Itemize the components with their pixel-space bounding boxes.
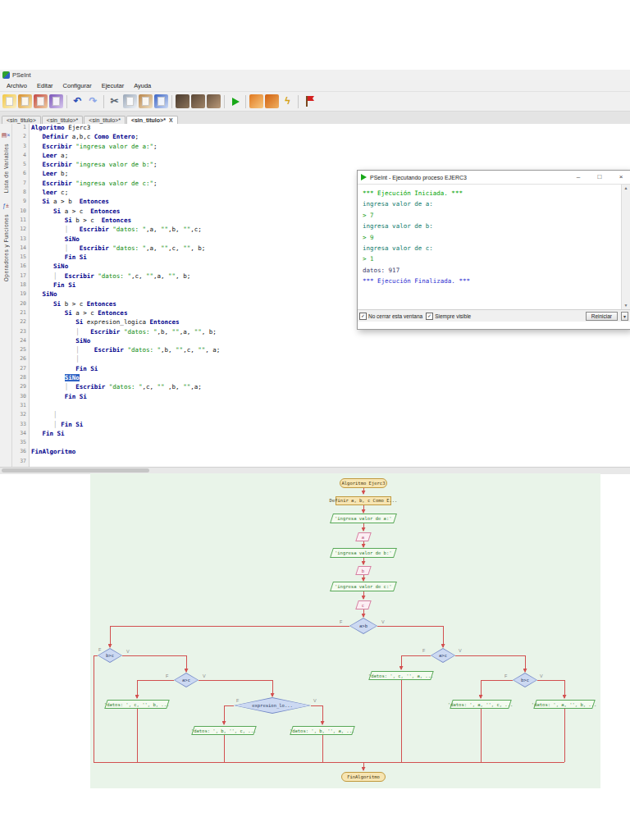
node-read-b[interactable]: b bbox=[355, 566, 372, 575]
editor-gutter: 1234567891011121314151617181920212223242… bbox=[12, 124, 30, 467]
code-line[interactable]: Leer a; bbox=[31, 152, 630, 161]
scroll-up-icon[interactable]: ▲ bbox=[624, 185, 628, 192]
step-run-icon[interactable] bbox=[249, 94, 263, 108]
flowchart-canvas[interactable]: FVVFFVFVFVFVAlgoritmo Ejerc3Definir a, b… bbox=[90, 473, 600, 788]
code-line[interactable]: SiNo bbox=[31, 337, 630, 346]
maximize-button[interactable]: □ bbox=[591, 171, 609, 184]
branch-label: V bbox=[540, 673, 543, 678]
tab-1[interactable]: <sin_titulo> bbox=[2, 116, 41, 124]
console-line: *** Ejecución Iniciada. *** bbox=[363, 188, 620, 199]
line-number: 27 bbox=[12, 365, 29, 374]
node-out-bca[interactable]: 'datos: ', b, '', c, ... bbox=[191, 726, 257, 735]
line-number: 18 bbox=[12, 281, 29, 290]
new-file-icon[interactable] bbox=[2, 94, 16, 108]
run-icon[interactable] bbox=[228, 94, 242, 108]
save-all-icon[interactable] bbox=[49, 94, 63, 108]
tab-3[interactable]: <sin_titulo>* bbox=[84, 116, 126, 124]
code-line[interactable]: SiNo bbox=[31, 374, 630, 383]
node-out-cba[interactable]: 'datos: ', c, '', b, ... bbox=[104, 700, 170, 709]
console-output[interactable]: *** Ejecución Iniciada. ***ingresa valor… bbox=[358, 185, 630, 309]
code-line[interactable]: Escribir "ingresa valor de b:"; bbox=[31, 161, 630, 170]
node-out-cab[interactable]: 'datos: ', c, '', a, ... bbox=[368, 671, 434, 680]
node-define[interactable]: Definir a, b, c Como E... bbox=[336, 496, 391, 505]
node-io-c[interactable]: 'ingresa valor de c:' bbox=[330, 582, 397, 591]
console-line: > 7 bbox=[363, 210, 620, 221]
restart-button[interactable]: Reiniciar bbox=[586, 312, 618, 321]
report-icon[interactable] bbox=[302, 94, 316, 108]
hscroll-thumb[interactable] bbox=[2, 468, 149, 472]
branch-label: F bbox=[422, 648, 426, 653]
close-button[interactable]: × bbox=[612, 171, 630, 184]
goto-subprocess-icon[interactable] bbox=[207, 94, 221, 108]
cut-icon[interactable]: ✂ bbox=[107, 94, 121, 108]
node-out-bac[interactable]: 'datos: ', b, '', a, ... bbox=[290, 726, 355, 735]
node-io-b[interactable]: 'ingresa valor de b:' bbox=[330, 548, 397, 558]
console-lines: *** Ejecución Iniciada. ***ingresa valor… bbox=[363, 188, 620, 287]
save-icon[interactable] bbox=[34, 94, 48, 108]
menu-archivo[interactable]: Archivo bbox=[2, 82, 32, 89]
tab-2[interactable]: <sin_titulo>* bbox=[42, 116, 84, 124]
code-line[interactable]: Algoritmo Ejerc3 bbox=[31, 124, 630, 133]
node-out-abc[interactable]: 'datos: ', a, '', b, ... bbox=[533, 700, 596, 709]
restart-dropdown-icon[interactable]: ▾ bbox=[621, 312, 628, 321]
menu-ejecutar[interactable]: Ejecutar bbox=[97, 82, 130, 89]
code-line[interactable] bbox=[31, 402, 630, 411]
operators-dock-icon[interactable]: ± bbox=[6, 203, 9, 208]
undo-icon[interactable]: ↶ bbox=[71, 94, 84, 108]
code-line[interactable] bbox=[31, 458, 630, 467]
left-dock: ▤× Lista de Variables ƒ± Operadores y Fu… bbox=[0, 124, 12, 467]
console-scrollbar[interactable]: ▲ ▼ bbox=[621, 185, 630, 309]
find-icon[interactable] bbox=[154, 94, 168, 108]
search-binoculars-icon[interactable] bbox=[176, 94, 189, 108]
code-line[interactable]: │ Escribir "datos: ",c, "" ,b, "",a; bbox=[31, 383, 630, 392]
node-end[interactable]: FinAlgoritmo bbox=[341, 772, 386, 782]
redo-icon[interactable]: ↷ bbox=[86, 94, 100, 108]
menu-ayuda[interactable]: Ayuda bbox=[129, 82, 156, 89]
toolbar-separator bbox=[245, 95, 246, 108]
operators-panel-tab[interactable]: Operadores y Funciones bbox=[3, 214, 9, 281]
code-line[interactable]: │ bbox=[31, 411, 630, 420]
always-visible-checkbox[interactable]: ✓ Siempre visible bbox=[426, 313, 471, 320]
scroll-down-icon[interactable]: ▼ bbox=[624, 302, 628, 309]
code-line[interactable]: │ Fin Si bbox=[31, 421, 630, 430]
tab-4[interactable]: <sin_titulo>*X bbox=[126, 116, 178, 124]
flow-edge bbox=[377, 626, 443, 647]
code-line[interactable]: Definir a,b,c Como Entero; bbox=[31, 133, 630, 142]
tab-close-icon[interactable]: X bbox=[169, 117, 173, 123]
console-titlebar[interactable]: PSeInt - Ejecutando proceso EJERC3 – □ × bbox=[358, 171, 630, 185]
node-read-a[interactable]: a bbox=[355, 532, 372, 541]
line-number: 22 bbox=[12, 318, 29, 327]
line-number: 7 bbox=[12, 180, 29, 189]
tab-bar: <sin_titulo><sin_titulo>*<sin_titulo>*<s… bbox=[0, 111, 630, 124]
toolbar: ↶↷✂ϟ bbox=[0, 91, 630, 111]
paste-icon[interactable] bbox=[139, 94, 153, 108]
console-line: datos: 917 bbox=[363, 265, 620, 276]
line-number: 17 bbox=[12, 272, 29, 281]
desktop-test-icon[interactable] bbox=[265, 94, 279, 108]
node-io-a[interactable]: 'ingresa valor de a:' bbox=[330, 514, 397, 523]
code-line[interactable]: FinAlgoritmo bbox=[31, 448, 630, 457]
node-out-acb[interactable]: 'datos: ', a, '', c, ... bbox=[450, 700, 512, 709]
menu-configurar[interactable]: Configurar bbox=[58, 82, 97, 89]
node-read-c[interactable]: c bbox=[355, 600, 372, 609]
line-number: 20 bbox=[12, 300, 29, 309]
line-number: 30 bbox=[12, 393, 29, 402]
code-line[interactable]: Escribir "ingresa valor de a:"; bbox=[31, 143, 630, 152]
minimize-button[interactable]: – bbox=[569, 171, 587, 184]
code-line[interactable]: │ bbox=[31, 355, 630, 364]
menu-editar[interactable]: Editar bbox=[32, 82, 58, 89]
replace-icon[interactable] bbox=[191, 94, 205, 108]
copy-icon[interactable] bbox=[123, 94, 137, 108]
code-line[interactable]: Fin Si bbox=[31, 365, 630, 374]
branch-label: V bbox=[459, 648, 462, 653]
code-line[interactable]: Fin Si bbox=[31, 430, 630, 439]
speed-icon[interactable]: ϟ bbox=[281, 94, 294, 108]
dock-close-icon[interactable]: × bbox=[7, 132, 10, 138]
variables-panel-tab[interactable]: Lista de Variables bbox=[3, 144, 9, 193]
open-file-icon[interactable] bbox=[18, 94, 32, 108]
code-line[interactable]: │ Escribir "datos: ",b, "",c, "", a; bbox=[31, 346, 630, 355]
no-close-checkbox[interactable]: ✓ No cerrar esta ventana bbox=[359, 313, 422, 320]
node-start[interactable]: Algoritmo Ejerc3 bbox=[340, 478, 387, 488]
code-line[interactable] bbox=[31, 439, 630, 448]
code-line[interactable]: Fin Si bbox=[31, 393, 630, 402]
